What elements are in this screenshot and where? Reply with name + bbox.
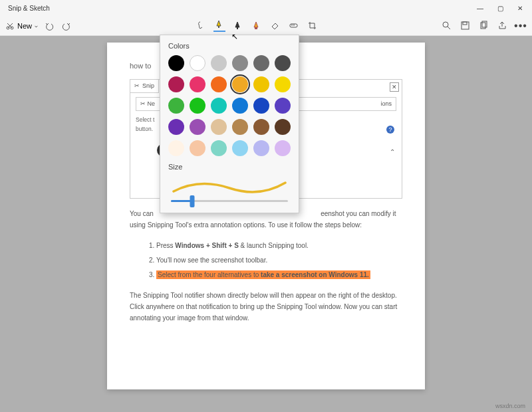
color-swatch[interactable]: [253, 98, 269, 114]
redo-button[interactable]: [61, 20, 72, 32]
color-swatch[interactable]: [253, 140, 269, 156]
svg-text:?: ?: [388, 126, 392, 133]
color-swatch[interactable]: [275, 55, 291, 71]
save-button[interactable]: [459, 20, 471, 32]
color-swatch[interactable]: [232, 119, 248, 135]
share-button[interactable]: [496, 20, 508, 32]
titlebar: Snip & Sketch — ▢ ✕: [0, 0, 532, 16]
help-icon[interactable]: ?: [386, 125, 395, 134]
zoom-button[interactable]: [440, 20, 452, 32]
watermark: wsxdn.com: [495, 403, 525, 409]
touch-writing-icon: [196, 21, 205, 31]
crop-button[interactable]: [307, 20, 319, 32]
copy-icon: [479, 21, 489, 31]
color-swatch[interactable]: [232, 98, 248, 114]
svg-point-8: [443, 22, 448, 27]
color-swatch[interactable]: [211, 98, 227, 114]
color-swatch[interactable]: [190, 119, 205, 135]
pencil-button[interactable]: [232, 20, 244, 32]
slider-track[interactable]: [171, 200, 288, 202]
chevron-up-icon[interactable]: ⌃: [390, 146, 395, 157]
undo-icon: [45, 21, 54, 31]
slider-thumb[interactable]: [190, 195, 194, 207]
pen-icon: [214, 19, 224, 29]
list-item: You'll now see the screenshot toolbar.: [156, 255, 402, 266]
color-swatch[interactable]: [253, 76, 269, 92]
color-swatch[interactable]: [275, 76, 291, 92]
list-item: Press Windows + Shift + S & launch Snipp…: [156, 240, 402, 251]
color-swatch[interactable]: [190, 76, 205, 92]
svg-rect-3: [237, 27, 238, 29]
color-swatch[interactable]: [253, 55, 269, 71]
ballpoint-pen-button[interactable]: [213, 20, 225, 32]
color-swatch[interactable]: [168, 76, 184, 92]
color-swatch[interactable]: [211, 55, 227, 71]
highlighted-text: Select from the four alternatives to tak…: [156, 270, 370, 279]
list-item: Select from the four alternatives to tak…: [156, 269, 402, 280]
color-swatch[interactable]: [168, 55, 184, 71]
color-swatch[interactable]: [232, 140, 248, 156]
svg-rect-12: [481, 23, 485, 29]
crop-icon: [307, 21, 317, 31]
chevron-down-icon: ⌵: [35, 23, 38, 29]
app-title: Snip & Sketch: [8, 5, 50, 12]
color-swatch[interactable]: [190, 98, 205, 114]
colors-label: Colors: [168, 42, 291, 50]
zoom-icon: [442, 21, 452, 31]
color-swatches-grid: [168, 55, 291, 156]
color-swatch[interactable]: [190, 140, 205, 156]
color-swatch[interactable]: [168, 119, 184, 135]
highlighter-button[interactable]: [251, 20, 263, 32]
svg-rect-11: [463, 22, 467, 25]
save-icon: [460, 21, 470, 31]
size-label: Size: [168, 163, 291, 171]
new-button[interactable]: New ⌵: [5, 21, 38, 31]
toolbar: New ⌵ •••: [0, 16, 532, 36]
pencil-icon: [233, 21, 243, 31]
more-icon: •••: [514, 20, 527, 32]
embed-close-button[interactable]: ✕: [390, 82, 399, 92]
undo-button[interactable]: [43, 20, 55, 32]
eraser-button[interactable]: [269, 20, 281, 32]
color-swatch[interactable]: [190, 55, 205, 71]
svg-rect-4: [255, 27, 257, 29]
slider-fill: [171, 200, 192, 202]
paragraph-2: The Snipping Tool notifier shown directl…: [130, 290, 402, 324]
color-swatch[interactable]: [275, 140, 291, 156]
maximize-button[interactable]: ▢: [491, 1, 509, 15]
close-button[interactable]: ✕: [511, 1, 529, 15]
more-button[interactable]: •••: [515, 20, 527, 32]
color-swatch[interactable]: [211, 140, 227, 156]
size-slider[interactable]: [168, 199, 291, 203]
redo-icon: [62, 21, 71, 31]
color-swatch[interactable]: [211, 76, 227, 92]
color-swatch[interactable]: [211, 119, 227, 135]
steps-list: Press Windows + Shift + S & launch Snipp…: [156, 240, 402, 280]
eraser-icon: [270, 21, 280, 31]
color-swatch[interactable]: [275, 119, 291, 135]
share-icon: [497, 21, 507, 31]
color-swatch[interactable]: [232, 76, 248, 92]
color-picker-popup: Colors Size: [160, 35, 299, 213]
touch-writing-button[interactable]: [195, 20, 207, 32]
color-swatch[interactable]: [168, 140, 184, 156]
color-swatch[interactable]: [253, 119, 269, 135]
scissors-icon: [5, 21, 15, 31]
color-swatch[interactable]: [232, 55, 248, 71]
svg-line-9: [448, 27, 450, 29]
copy-button[interactable]: [477, 20, 489, 32]
svg-rect-13: [482, 21, 487, 27]
highlighter-icon: [251, 21, 261, 31]
svg-rect-2: [218, 26, 219, 28]
ruler-button[interactable]: [288, 20, 300, 32]
stroke-preview: [168, 173, 291, 199]
embed-tab-1[interactable]: ✂ Snip: [130, 79, 159, 93]
color-swatch[interactable]: [275, 98, 291, 114]
minimize-button[interactable]: —: [471, 1, 489, 15]
color-swatch[interactable]: [168, 98, 184, 114]
ruler-icon: [289, 21, 299, 31]
